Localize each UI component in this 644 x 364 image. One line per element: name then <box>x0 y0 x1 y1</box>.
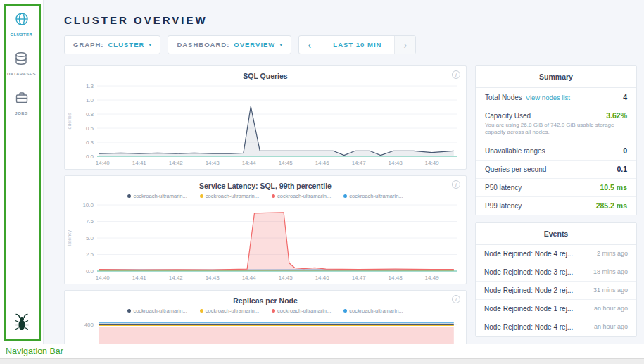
charts-column: SQL Queries i 0.00.30.50.81.01.314:4014:… <box>64 65 467 344</box>
svg-text:5.0: 5.0 <box>86 235 94 241</box>
summary-value: 0.1 <box>617 165 627 173</box>
chart-title: Replicas per Node <box>65 291 466 305</box>
events-panel: Events Node Rejoined: Node 4 rej... 2 mi… <box>475 222 637 337</box>
svg-text:400: 400 <box>84 322 94 328</box>
legend-item: cockroach-ultramarin... <box>200 193 259 199</box>
legend-item: cockroach-ultramarin... <box>127 193 187 199</box>
chart-title: Service Latency: SQL, 99th percentile <box>65 176 466 190</box>
legend-dot-icon <box>127 194 131 198</box>
legend-dot-icon <box>343 309 347 313</box>
info-icon[interactable]: i <box>452 70 460 79</box>
svg-text:10.0: 10.0 <box>82 202 94 208</box>
chevron-down-icon: ▾ <box>149 42 151 48</box>
legend-item: cockroach-ultramarin... <box>127 308 187 314</box>
time-prev-button[interactable]: ‹ <box>299 36 320 54</box>
svg-text:14:46: 14:46 <box>315 275 330 281</box>
legend-item: cockroach-ultramarin... <box>343 308 403 314</box>
cockroachdb-logo <box>13 313 31 335</box>
bottom-strip <box>0 358 644 364</box>
info-icon[interactable]: i <box>452 295 460 303</box>
time-next-button[interactable]: › <box>394 36 415 54</box>
svg-text:1.0: 1.0 <box>86 97 94 103</box>
time-range-selector: ‹ LAST 10 MIN › <box>298 35 416 54</box>
sidebar-item-cluster[interactable]: CLUSTER <box>11 11 33 37</box>
svg-text:1.3: 1.3 <box>86 83 94 89</box>
svg-text:0.8: 0.8 <box>86 111 94 118</box>
svg-text:14:41: 14:41 <box>132 160 147 166</box>
controls-row: GRAPH: CLUSTER ▾ DASHBOARD: OVERVIEW ▾ ‹… <box>64 35 637 54</box>
svg-text:14:41: 14:41 <box>132 275 147 281</box>
screenshot-root: CLUSTER DATABASES <box>0 0 644 364</box>
capacity-subtext: You are using 26.8 GiB of 742.0 GiB usab… <box>485 122 619 137</box>
summary-value: 4 <box>623 93 627 101</box>
svg-text:14:45: 14:45 <box>279 160 293 166</box>
graph-dropdown[interactable]: GRAPH: CLUSTER ▾ <box>64 35 160 54</box>
legend-dot-icon <box>343 194 347 198</box>
legend-dot-icon <box>200 309 203 313</box>
cockroachdb-admin-ui: CLUSTER DATABASES <box>0 0 644 344</box>
svg-text:14:46: 14:46 <box>315 160 330 166</box>
graph-dropdown-label: GRAPH: <box>73 41 103 49</box>
legend-dot-icon <box>272 309 275 313</box>
chart-legend: cockroach-ultramarin... cockroach-ultram… <box>65 308 466 314</box>
svg-text:queries: queries <box>67 113 72 129</box>
main-content: CLUSTER OVERVIEW GRAPH: CLUSTER ▾ DASHBO… <box>44 0 644 344</box>
svg-text:14:45: 14:45 <box>279 275 293 281</box>
chart-legend: cockroach-ultramarin... cockroach-ultram… <box>65 193 466 199</box>
legend-item: cockroach-ultramarin... <box>343 193 403 199</box>
cluster-icon <box>14 11 30 30</box>
sidebar-item-databases[interactable]: DATABASES <box>7 51 36 76</box>
summary-row-total-nodes: Total Nodes View nodes list 4 <box>476 88 636 106</box>
svg-text:14:48: 14:48 <box>389 160 403 166</box>
legend-item: cockroach-ultramarin... <box>200 308 259 314</box>
chart-card-replicas-per-node: Replicas per Node i cockroach-ultramarin… <box>64 290 467 344</box>
svg-text:14:47: 14:47 <box>352 160 367 166</box>
sidebar-item-label: CLUSTER <box>11 32 33 37</box>
summary-row-p50: P50 latency 10.5 ms <box>476 179 636 197</box>
legend-item: cockroach-ultramarin... <box>272 193 331 199</box>
svg-text:14:42: 14:42 <box>169 160 184 166</box>
legend-item: cockroach-ultramarin... <box>272 308 331 314</box>
sidebar-item-label: JOBS <box>15 111 27 115</box>
view-nodes-link[interactable]: View nodes list <box>526 94 570 101</box>
page-title: CLUSTER OVERVIEW <box>64 14 637 26</box>
content-row: SQL Queries i 0.00.30.50.81.01.314:4014:… <box>64 65 637 344</box>
graph-dropdown-value: CLUSTER <box>108 41 144 49</box>
summary-panel: Summary Total Nodes View nodes list 4 Ca… <box>475 65 637 215</box>
event-row: Node Rejoined: Node 4 rej... 2 mins ago <box>476 245 636 263</box>
svg-text:14:43: 14:43 <box>206 275 220 281</box>
info-icon[interactable]: i <box>452 180 460 189</box>
svg-text:14:44: 14:44 <box>242 275 257 281</box>
svg-text:14:42: 14:42 <box>169 275 184 281</box>
svg-text:0.3: 0.3 <box>86 139 94 146</box>
dashboard-dropdown-label: DASHBOARD: <box>177 41 229 49</box>
summary-value: 285.2 ms <box>596 201 627 210</box>
right-sidebar: Summary Total Nodes View nodes list 4 Ca… <box>475 65 637 337</box>
jobs-icon <box>14 90 30 108</box>
svg-text:0.0: 0.0 <box>86 153 94 160</box>
svg-text:2.5: 2.5 <box>86 251 94 258</box>
sidebar-item-label: DATABASES <box>7 72 36 76</box>
time-range-label[interactable]: LAST 10 MIN <box>320 36 394 54</box>
chart-card-sql-queries: SQL Queries i 0.00.30.50.81.01.314:4014:… <box>64 65 467 170</box>
service-latency-chart: 0.02.55.07.510.014:4014:4114:4214:4314:4… <box>65 201 466 284</box>
legend-dot-icon <box>272 194 275 198</box>
dashboard-dropdown[interactable]: DASHBOARD: OVERVIEW ▾ <box>168 35 291 54</box>
svg-text:latency: latency <box>67 230 72 246</box>
annotation-label: Navigation Bar <box>6 346 63 356</box>
chart-title: SQL Queries <box>65 66 466 80</box>
summary-row-qps: Queries per second 0.1 <box>476 161 636 179</box>
sidebar-item-jobs[interactable]: JOBS <box>14 90 30 115</box>
navigation-bar: CLUSTER DATABASES <box>0 0 44 344</box>
svg-text:14:40: 14:40 <box>96 275 111 281</box>
event-row: Node Rejoined: Node 4 rej... an hour ago <box>476 318 636 336</box>
legend-dot-icon <box>127 309 131 313</box>
event-row: Node Rejoined: Node 3 rej... 18 mins ago <box>476 263 636 282</box>
chart-card-service-latency: Service Latency: SQL, 99th percentile i … <box>64 175 467 284</box>
summary-header: Summary <box>476 66 636 88</box>
svg-text:14:43: 14:43 <box>206 160 220 166</box>
summary-row-unavailable-ranges: Unavailable ranges 0 <box>476 142 636 161</box>
sql-queries-chart: 0.00.30.50.81.01.314:4014:4114:4214:4314… <box>65 82 466 169</box>
event-row: Node Rejoined: Node 1 rej... an hour ago <box>476 300 636 318</box>
summary-value: 10.5 ms <box>600 183 627 192</box>
